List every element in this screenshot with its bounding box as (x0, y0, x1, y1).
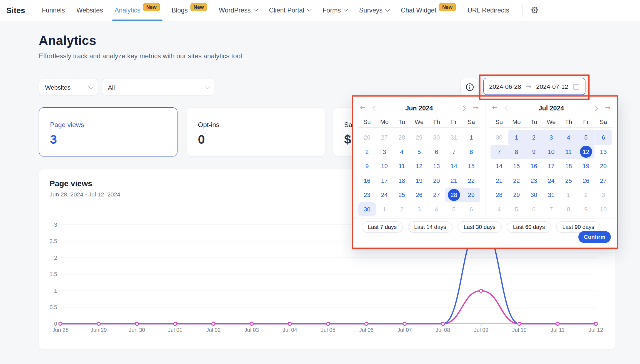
calendar-day[interactable]: 5 (411, 145, 428, 159)
next-month-icon[interactable] (593, 107, 597, 110)
calendar-day[interactable]: 6 (525, 202, 543, 216)
range-button-last-60-days[interactable]: Last 60 days (507, 221, 551, 233)
calendar-day[interactable]: 13 (428, 159, 445, 173)
calendar-day[interactable]: 6 (428, 145, 445, 159)
calendar-day[interactable]: 30 (525, 188, 543, 202)
gear-icon[interactable]: ⚙ (531, 6, 539, 15)
calendar-day[interactable]: 30 (491, 130, 508, 145)
calendar-day[interactable]: 2 (525, 130, 543, 145)
calendar-day[interactable]: 4 (428, 202, 445, 216)
calendar-day[interactable]: 15 (462, 159, 480, 173)
last-month-icon[interactable]: → (473, 104, 478, 112)
calendar-day[interactable]: 16 (525, 159, 543, 173)
calendar-day[interactable]: 14 (491, 159, 508, 173)
calendar-day[interactable]: 25 (393, 188, 411, 202)
calendar-day[interactable]: 31 (542, 188, 560, 202)
calendar-day[interactable]: 22 (462, 173, 480, 188)
calendar-day[interactable]: 5 (577, 130, 595, 145)
next-month-icon[interactable] (461, 107, 465, 110)
calendar-day[interactable]: 11 (560, 145, 578, 159)
calendar-day[interactable]: 31 (445, 130, 463, 145)
calendar-day[interactable]: 5 (445, 202, 463, 216)
calendar-day[interactable]: 23 (358, 188, 376, 202)
calendar-day[interactable]: 29 (462, 188, 480, 202)
nav-item-blogs[interactable]: BlogsNew (172, 0, 207, 21)
calendar-day[interactable]: 17 (376, 173, 393, 188)
calendar-day[interactable]: 30 (428, 130, 445, 145)
calendar-day[interactable]: 7 (542, 202, 560, 216)
calendar-day[interactable]: 4 (560, 130, 578, 145)
range-button-last-14-days[interactable]: Last 14 days (408, 221, 452, 233)
calendar-day[interactable]: 9 (525, 145, 543, 159)
calendar-day[interactable]: 7 (445, 145, 463, 159)
nav-item-chat-widget[interactable]: Chat WidgetNew (401, 0, 456, 21)
calendar-day[interactable]: 1 (508, 130, 525, 145)
calendar-day[interactable]: 9 (577, 202, 595, 216)
scope-select[interactable]: All (102, 79, 215, 95)
calendar-day[interactable]: 3 (542, 130, 560, 145)
calendar-day[interactable]: 26 (577, 173, 595, 188)
calendar-day[interactable]: 18 (560, 159, 578, 173)
nav-item-forms[interactable]: Forms (322, 0, 348, 21)
calendar-day[interactable]: 2 (577, 188, 595, 202)
calendar-day[interactable]: 27 (376, 130, 393, 145)
last-month-icon[interactable]: → (605, 104, 610, 112)
calendar-day[interactable]: 25 (560, 173, 578, 188)
range-button-last-7-days[interactable]: Last 7 days (362, 221, 403, 233)
range-button-last-30-days[interactable]: Last 30 days (457, 221, 502, 233)
brand-sites[interactable]: Sites (6, 6, 25, 15)
calendar-day[interactable]: 10 (542, 145, 560, 159)
stat-card-page-views[interactable]: Page views3 (39, 107, 178, 156)
calendar-day[interactable]: 24 (376, 188, 393, 202)
calendar-day[interactable]: 4 (491, 202, 508, 216)
calendar-day[interactable]: 13 (595, 145, 612, 159)
calendar-day[interactable]: 28 (393, 130, 411, 145)
calendar-day[interactable]: 21 (491, 173, 508, 188)
calendar-day[interactable]: 16 (358, 173, 376, 188)
calendar-day[interactable]: 27 (428, 188, 445, 202)
calendar-day[interactable]: 7 (491, 145, 508, 159)
calendar-day[interactable]: 11 (393, 159, 411, 173)
nav-item-client-portal[interactable]: Client Portal (269, 0, 311, 21)
nav-item-wordpress[interactable]: WordPress (219, 0, 258, 21)
calendar-day[interactable]: 1 (560, 188, 578, 202)
calendar-day[interactable]: 15 (508, 159, 525, 173)
confirm-button[interactable]: Confirm (578, 231, 611, 243)
calendar-day[interactable]: 1 (462, 130, 480, 145)
calendar-day[interactable]: 23 (525, 173, 543, 188)
calendar-day[interactable]: 14 (445, 159, 463, 173)
calendar-day[interactable]: 26 (411, 188, 428, 202)
nav-item-analytics[interactable]: AnalyticsNew (115, 0, 160, 21)
calendar-day[interactable]: 19 (577, 159, 595, 173)
nav-item-url-redirects[interactable]: URL Redirects (468, 0, 509, 21)
calendar-day[interactable]: 10 (376, 159, 393, 173)
calendar-day[interactable]: 29 (411, 130, 428, 145)
calendar-day[interactable]: 20 (428, 173, 445, 188)
calendar-day[interactable]: 3 (595, 188, 612, 202)
calendar-day[interactable]: 10 (595, 202, 612, 216)
nav-item-funnels[interactable]: Funnels (42, 0, 65, 21)
calendar-day[interactable]: 21 (445, 173, 463, 188)
calendar-day[interactable]: 8 (462, 145, 480, 159)
calendar-day[interactable]: 18 (393, 173, 411, 188)
date-range-input[interactable]: 2024-06-28 → 2024-07-12 (483, 78, 586, 95)
info-button[interactable] (461, 78, 479, 96)
calendar-day[interactable]: 17 (542, 159, 560, 173)
calendar-day[interactable]: 24 (542, 173, 560, 188)
calendar-day[interactable]: 9 (358, 159, 376, 173)
calendar-day[interactable]: 26 (358, 130, 376, 145)
calendar-day[interactable]: 6 (595, 130, 612, 145)
calendar-day[interactable]: 12 (577, 145, 595, 159)
calendar-day[interactable]: 3 (376, 145, 393, 159)
calendar-day[interactable]: 1 (376, 202, 393, 216)
nav-item-surveys[interactable]: Surveys (359, 0, 389, 21)
calendar-day[interactable]: 4 (393, 145, 411, 159)
calendar-day[interactable]: 8 (508, 145, 525, 159)
calendar-day[interactable]: 30 (358, 202, 376, 216)
calendar-day[interactable]: 6 (462, 202, 480, 216)
calendar-day[interactable]: 29 (508, 188, 525, 202)
calendar-day[interactable]: 2 (358, 145, 376, 159)
calendar-day[interactable]: 22 (508, 173, 525, 188)
calendar-day[interactable]: 28 (491, 188, 508, 202)
calendar-day[interactable]: 27 (595, 173, 612, 188)
